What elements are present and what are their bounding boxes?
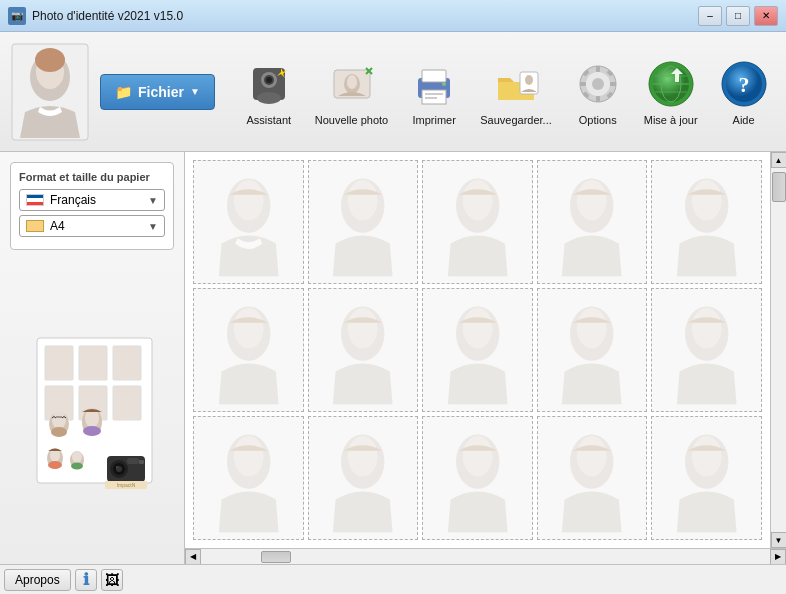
svg-point-90 <box>233 436 263 477</box>
photo-cell-2-1 <box>193 288 304 412</box>
language-dropdown-arrow: ▼ <box>148 195 158 206</box>
vertical-scrollbar: ▲ ▼ <box>770 152 786 548</box>
options-icon <box>572 58 624 110</box>
photo-cell-2-5 <box>651 288 762 412</box>
apropos-button[interactable]: Apropos <box>4 569 71 591</box>
toolbar-item-sauvegarder[interactable]: Sauvegarder... <box>472 54 560 130</box>
horizontal-scrollbar: ◀ ▶ <box>185 548 786 564</box>
svg-text:?: ? <box>738 72 749 97</box>
photo-cell-3-2 <box>308 416 419 540</box>
ruler-icon <box>26 220 44 232</box>
title-bar-controls: – □ ✕ <box>698 6 778 26</box>
sauvegarder-icon <box>490 58 542 110</box>
svg-point-70 <box>233 180 263 221</box>
close-button[interactable]: ✕ <box>754 6 778 26</box>
svg-point-86 <box>577 308 607 349</box>
language-dropdown[interactable]: Français ▼ <box>19 189 165 211</box>
photo-cell-3-1 <box>193 416 304 540</box>
scroll-right-button[interactable]: ▶ <box>770 549 786 565</box>
scroll-thumb-h[interactable] <box>261 551 291 563</box>
app-icon: 📷 <box>8 7 26 25</box>
language-label: Français <box>50 193 96 207</box>
photo-row-3 <box>193 416 762 540</box>
format-group: Format et taille du papier Français ▼ A4… <box>10 162 174 250</box>
nouvelle-photo-icon <box>326 58 378 110</box>
svg-point-56 <box>48 461 62 469</box>
svg-point-3 <box>35 48 65 72</box>
photo-cell-2-2 <box>308 288 419 412</box>
photo-cell-2-3 <box>422 288 533 412</box>
options-label: Options <box>579 114 617 126</box>
toolbar-item-mise-a-jour[interactable]: Mise à jour <box>636 54 706 130</box>
svg-point-6 <box>257 92 281 104</box>
photo-cell-1-2 <box>308 160 419 284</box>
svg-rect-26 <box>610 82 616 86</box>
svg-point-48 <box>52 411 66 429</box>
photo-cell-3-5 <box>651 416 762 540</box>
toolbar-item-options[interactable]: Options <box>564 54 632 130</box>
fichier-arrow-icon: ▼ <box>190 86 200 97</box>
flag-icon <box>26 194 44 206</box>
scroll-left-button[interactable]: ◀ <box>185 549 201 565</box>
aide-icon: ? <box>718 58 770 110</box>
svg-rect-25 <box>580 82 586 86</box>
svg-point-17 <box>442 82 446 86</box>
photo-row-1 <box>193 160 762 284</box>
svg-point-22 <box>592 78 604 90</box>
svg-point-82 <box>348 308 378 349</box>
toolbar-item-nouvelle-photo[interactable]: Nouvelle photo <box>307 54 396 130</box>
fichier-icon: 📁 <box>115 84 132 100</box>
svg-point-94 <box>463 436 493 477</box>
svg-point-98 <box>692 436 722 477</box>
photo-scroll-area <box>185 152 770 548</box>
svg-rect-42 <box>79 346 107 380</box>
toolbar-item-assistant[interactable]: Assistant <box>235 54 303 130</box>
info-button[interactable]: ℹ <box>75 569 97 591</box>
svg-point-80 <box>233 308 263 349</box>
maximize-button[interactable]: □ <box>726 6 750 26</box>
photo-cell-1-5 <box>651 160 762 284</box>
mise-a-jour-icon <box>645 58 697 110</box>
gallery-icon: 🖼 <box>105 572 119 588</box>
size-dropdown[interactable]: A4 ▼ <box>19 215 165 237</box>
bottom-bar: Apropos ℹ 🖼 <box>0 564 786 594</box>
svg-text:ImpactN: ImpactN <box>117 482 136 488</box>
svg-rect-16 <box>425 97 437 99</box>
main-layout: Format et taille du papier Français ▼ A4… <box>0 152 786 564</box>
photo-cell-3-4 <box>537 416 648 540</box>
toolbar: 📁 Fichier ▼ Assistant <box>0 32 786 152</box>
svg-point-53 <box>83 426 101 436</box>
svg-rect-23 <box>596 66 600 72</box>
format-title: Format et taille du papier <box>19 171 165 183</box>
preview-area: ImpactN <box>10 266 174 554</box>
svg-rect-24 <box>596 96 600 102</box>
toolbar-item-imprimer[interactable]: Imprimer <box>400 54 468 130</box>
svg-point-84 <box>463 308 493 349</box>
left-panel: Format et taille du papier Français ▼ A4… <box>0 152 185 564</box>
imprimer-label: Imprimer <box>413 114 456 126</box>
assistant-label: Assistant <box>246 114 291 126</box>
photo-cell-3-3 <box>422 416 533 540</box>
svg-point-50 <box>51 427 67 437</box>
size-label: A4 <box>50 219 65 233</box>
svg-point-19 <box>525 75 533 85</box>
svg-point-64 <box>116 466 118 468</box>
photo-cell-1-3 <box>422 160 533 284</box>
toolbar-item-aide[interactable]: ? Aide <box>710 54 778 130</box>
svg-rect-13 <box>422 70 446 82</box>
scroll-thumb[interactable] <box>772 172 786 202</box>
fichier-label: Fichier <box>138 84 184 100</box>
svg-point-78 <box>692 180 722 221</box>
gallery-button[interactable]: 🖼 <box>101 569 123 591</box>
mise-a-jour-label: Mise à jour <box>644 114 698 126</box>
minimize-button[interactable]: – <box>698 6 722 26</box>
title-bar-text: Photo d'identité v2021 v15.0 <box>32 9 698 23</box>
svg-point-96 <box>577 436 607 477</box>
fichier-button[interactable]: 📁 Fichier ▼ <box>100 74 215 110</box>
svg-rect-66 <box>139 460 144 464</box>
svg-rect-41 <box>45 346 73 380</box>
scroll-up-button[interactable]: ▲ <box>771 152 787 168</box>
svg-point-92 <box>348 436 378 477</box>
photo-cell-2-4 <box>537 288 648 412</box>
scroll-down-button[interactable]: ▼ <box>771 532 787 548</box>
